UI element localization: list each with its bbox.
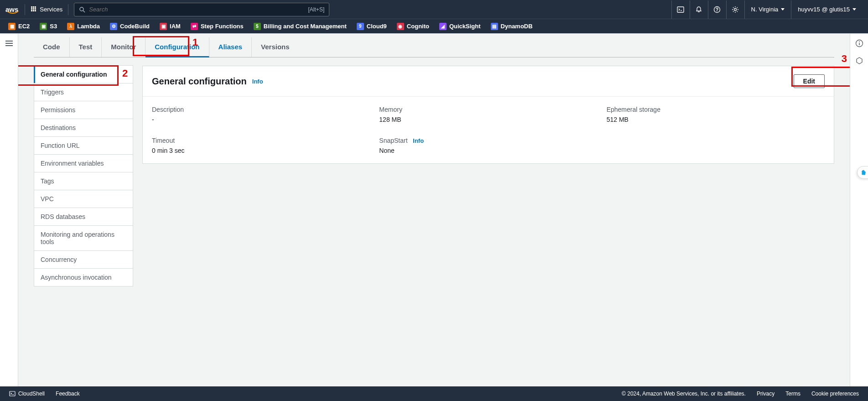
grid-icon	[31, 6, 37, 13]
main-content: 1 Code Test Monitor Configuration Aliase…	[18, 34, 850, 386]
account-selector[interactable]: huyvv15 @ glutis15	[791, 0, 863, 19]
ec2-icon: ▦	[8, 23, 16, 30]
svg-marker-11	[857, 57, 862, 64]
chevron-down-icon	[781, 8, 785, 10]
svg-point-10	[859, 42, 860, 42]
fav-item-billing[interactable]: $Billing and Cost Management	[254, 23, 347, 30]
search-icon	[79, 6, 85, 13]
hexagon-icon[interactable]	[855, 57, 863, 65]
sidenav-item-monitoring-tools[interactable]: Monitoring and operations tools	[34, 225, 133, 251]
field-memory: Memory 128 MB	[379, 106, 597, 123]
top-nav: aws Services [Alt+S] ? N. Virginia huyvv…	[0, 0, 868, 19]
tab-test[interactable]: Test	[70, 37, 102, 57]
privacy-link[interactable]: Privacy	[757, 391, 774, 397]
menu-toggle-button[interactable]	[5, 39, 13, 47]
svg-rect-2	[677, 7, 684, 12]
config-sidenav: General configuration Triggers Permissio…	[34, 66, 133, 286]
right-rail	[850, 34, 868, 386]
terms-link[interactable]: Terms	[785, 391, 800, 397]
cloudshell-icon	[9, 391, 16, 397]
tab-code[interactable]: Code	[34, 37, 70, 57]
field-value: -	[152, 116, 370, 123]
quicksight-icon: ◢	[439, 23, 447, 30]
field-value: 512 MB	[607, 116, 825, 123]
cookies-link[interactable]: Cookie preferences	[811, 391, 859, 397]
info-link[interactable]: Info	[252, 78, 263, 85]
dynamodb-icon: ▤	[491, 23, 498, 30]
field-description: Description -	[152, 106, 370, 123]
sidenav-item-concurrency[interactable]: Concurrency	[34, 250, 133, 269]
fav-item-cloud9[interactable]: 9Cloud9	[357, 23, 387, 30]
fav-item-codebuild[interactable]: ⚙CodeBuild	[110, 23, 150, 30]
services-label: Services	[40, 6, 62, 13]
cloudshell-button[interactable]: CloudShell	[9, 391, 45, 397]
codewhisperer-widget[interactable]	[857, 166, 868, 179]
sidenav-item-triggers[interactable]: Triggers	[34, 83, 133, 101]
field-value: 128 MB	[379, 116, 597, 123]
field-value: None	[379, 147, 597, 154]
snapstart-info-link[interactable]: Info	[413, 137, 424, 144]
fav-item-dynamodb[interactable]: ▤DynamoDB	[491, 23, 533, 30]
info-panel-icon[interactable]	[855, 39, 863, 47]
general-configuration-panel: General configuration Info Edit Descript…	[142, 66, 834, 164]
sidenav-item-permissions[interactable]: Permissions	[34, 101, 133, 119]
sidenav-item-general-configuration[interactable]: General configuration	[34, 65, 133, 83]
svg-rect-12	[10, 391, 15, 396]
edit-button[interactable]: Edit	[794, 74, 825, 88]
feedback-link[interactable]: Feedback	[56, 391, 80, 397]
services-button[interactable]: Services	[25, 4, 68, 15]
cognito-icon: ◉	[397, 23, 404, 30]
search-shortcut: [Alt+S]	[308, 6, 325, 13]
field-label: Timeout	[152, 137, 370, 144]
notifications-icon-button[interactable]	[690, 0, 708, 19]
left-rail	[0, 34, 18, 386]
field-label: Ephemeral storage	[607, 106, 825, 113]
fav-item-cognito[interactable]: ◉Cognito	[397, 23, 429, 30]
sidenav-item-destinations[interactable]: Destinations	[34, 119, 133, 137]
fav-item-quicksight[interactable]: ◢QuickSight	[439, 23, 481, 30]
account-label: huyvv15 @ glutis15	[798, 6, 850, 13]
fav-item-s3[interactable]: ▣S3	[40, 23, 57, 30]
help-icon-button[interactable]: ?	[708, 0, 726, 19]
field-label: Memory	[379, 106, 597, 113]
s3-icon: ▣	[40, 23, 47, 30]
cloudshell-icon-button[interactable]	[671, 0, 690, 19]
aws-logo[interactable]: aws	[5, 4, 25, 15]
favorites-bar: ▦EC2 ▣S3 λLambda ⚙CodeBuild ▣IAM ⇄Step F…	[0, 19, 868, 33]
svg-text:?: ?	[716, 7, 718, 12]
search-input[interactable]	[89, 6, 308, 13]
svg-line-1	[83, 10, 85, 12]
sidenav-item-async-invocation[interactable]: Asynchronous invocation	[34, 268, 133, 286]
field-ephemeral-storage: Ephemeral storage 512 MB	[607, 106, 825, 123]
tab-versions[interactable]: Versions	[252, 37, 299, 57]
tab-configuration[interactable]: Configuration	[146, 37, 209, 57]
search-box[interactable]: [Alt+S]	[74, 3, 329, 16]
panel-title: General configuration	[152, 76, 247, 87]
field-value: 0 min 3 sec	[152, 147, 370, 154]
fav-item-ec2[interactable]: ▦EC2	[8, 23, 30, 30]
sidenav-item-tags[interactable]: Tags	[34, 172, 133, 190]
cloud9-icon: 9	[357, 23, 364, 30]
lambda-icon: λ	[67, 23, 74, 30]
tab-monitor[interactable]: Monitor	[102, 37, 146, 57]
panel-header: General configuration Info Edit	[143, 66, 834, 97]
sidenav-item-function-url[interactable]: Function URL	[34, 136, 133, 155]
settings-icon-button[interactable]	[726, 0, 744, 19]
tabs: Code Test Monitor Configuration Aliases …	[34, 37, 834, 57]
sidenav-item-vpc[interactable]: VPC	[34, 190, 133, 208]
field-snapstart: SnapStart Info None	[379, 137, 597, 154]
fav-item-stepfunctions[interactable]: ⇄Step Functions	[191, 23, 244, 30]
sidenav-item-rds-databases[interactable]: RDS databases	[34, 208, 133, 226]
region-selector[interactable]: N. Virginia	[744, 0, 791, 19]
panel-body: Description - Memory 128 MB Ephemeral st…	[143, 97, 834, 163]
tab-aliases[interactable]: Aliases	[209, 37, 252, 57]
fav-item-lambda[interactable]: λLambda	[67, 23, 100, 30]
fav-item-iam[interactable]: ▣IAM	[160, 23, 181, 30]
copyright-text: © 2024, Amazon Web Services, Inc. or its…	[622, 391, 746, 397]
field-label: Description	[152, 106, 370, 113]
billing-icon: $	[254, 23, 261, 30]
field-timeout: Timeout 0 min 3 sec	[152, 137, 370, 154]
config-layout: General configuration Triggers Permissio…	[34, 66, 834, 286]
sidenav-item-environment-variables[interactable]: Environment variables	[34, 154, 133, 172]
field-label: SnapStart Info	[379, 137, 597, 144]
